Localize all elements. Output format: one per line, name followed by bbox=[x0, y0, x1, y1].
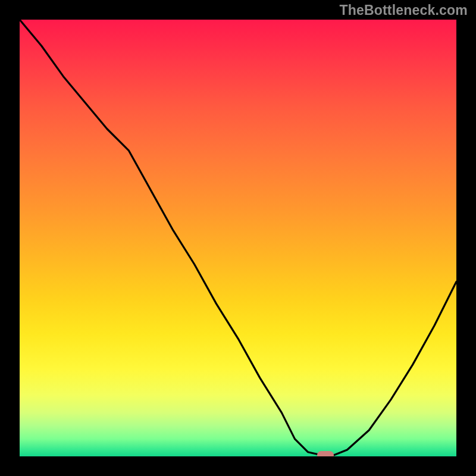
bottleneck-curve bbox=[20, 20, 456, 456]
plot-area bbox=[20, 20, 456, 456]
watermark-text: TheBottleneck.com bbox=[339, 2, 468, 18]
curve-path bbox=[20, 20, 456, 455]
optimal-marker bbox=[317, 451, 334, 456]
chart-frame: TheBottleneck.com bbox=[0, 0, 476, 476]
